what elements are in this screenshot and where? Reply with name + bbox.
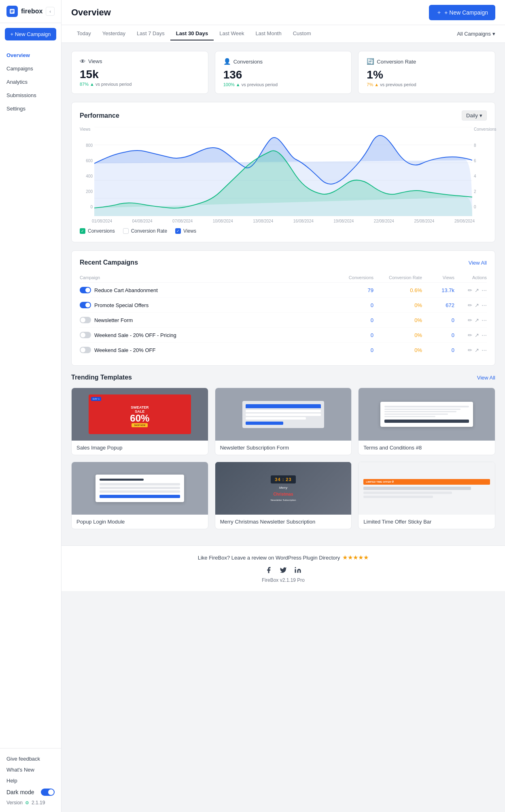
sidebar-help[interactable]: Help — [6, 775, 55, 786]
more-icon-2[interactable]: ⋯ — [482, 302, 487, 308]
stat-views-change: 87% ▲ vs previous period — [80, 82, 200, 87]
recent-campaigns-header: Recent Campaigns View All — [80, 259, 487, 266]
col-views: Views — [422, 275, 454, 280]
template-label-sales-popup: Sales Image Popup — [72, 441, 208, 455]
chart-svg — [94, 127, 472, 216]
edit-icon-4[interactable]: ✏ — [468, 332, 472, 338]
more-icon-3[interactable]: ⋯ — [482, 317, 487, 323]
logo-text: firebox — [21, 8, 42, 15]
campaign-toggle-2[interactable] — [80, 302, 91, 308]
template-card-login[interactable]: Popup Login Module — [71, 462, 208, 529]
template-thumb-sticky: LIMITED TIME OFFER ⏱ — [359, 462, 495, 515]
stat-rate-change: 7% ▲ vs previous period — [367, 82, 487, 87]
date-tab-yesterday[interactable]: Yesterday — [97, 27, 131, 40]
stats-row: 👁 Views 15k 87% ▲ vs previous period 👤 C… — [71, 51, 495, 94]
date-tab-custom[interactable]: Custom — [287, 27, 317, 40]
stars-icon: ★★★★★ — [342, 554, 369, 561]
more-icon-1[interactable]: ⋯ — [482, 287, 487, 293]
version-label: Version — [6, 800, 23, 806]
footer-socials — [71, 566, 495, 574]
sidebar-item-submissions[interactable]: Submissions — [0, 89, 61, 102]
sidebar-bottom: Give feedback What's New Help Dark mode … — [0, 748, 61, 812]
campaign-conversions-4: 0 — [333, 332, 373, 338]
chart-header: Performance Daily ▾ — [80, 110, 487, 121]
campaign-views-3: 0 — [422, 317, 454, 323]
logo: firebox — [6, 6, 42, 17]
campaign-toggle-1[interactable] — [80, 287, 91, 293]
more-icon-5[interactable]: ⋯ — [482, 347, 487, 353]
legend-views[interactable]: ✓ Views — [175, 228, 196, 234]
analytics-icon-4[interactable]: ↗ — [475, 332, 479, 338]
campaign-conversions-3: 0 — [333, 317, 373, 323]
sidebar-whats-new[interactable]: What's New — [6, 764, 55, 775]
edit-icon-1[interactable]: ✏ — [468, 287, 472, 293]
header-new-campaign-button[interactable]: ＋ + New Campaign — [429, 5, 495, 20]
dark-mode-toggle[interactable] — [41, 789, 55, 796]
campaign-toggle-4[interactable] — [80, 332, 91, 338]
facebook-icon[interactable] — [265, 566, 273, 574]
date-tab-last7days[interactable]: Last 7 Days — [131, 27, 170, 40]
edit-icon-3[interactable]: ✏ — [468, 317, 472, 323]
plus-icon: ＋ — [436, 9, 442, 16]
template-thumb-xmas: 34 : 23 Merry Christmas Newsletter Subsc… — [215, 462, 352, 515]
table-row: Promote Special Offers 0 0% 672 ✏ ↗ ⋯ — [80, 298, 487, 313]
date-tab-lastweek[interactable]: Last Week — [214, 27, 250, 40]
date-tabs: Today Yesterday Last 7 Days Last 30 Days… — [71, 27, 317, 40]
stat-conversions-value: 136 — [223, 68, 344, 81]
conversions-icon: 👤 — [223, 58, 231, 65]
campaign-views-2: 672 — [422, 302, 454, 308]
trending-templates-view-all[interactable]: View All — [477, 375, 495, 381]
date-tab-last30days[interactable]: Last 30 Days — [170, 27, 214, 40]
chart-legend: ✓ Conversions Conversion Rate ✓ Views — [80, 228, 487, 234]
date-tab-today[interactable]: Today — [71, 27, 97, 40]
template-thumb-sales-popup: DAY 1 SWEATER SALE 60% SHOP NOW — [72, 388, 208, 441]
analytics-icon-2[interactable]: ↗ — [475, 302, 479, 308]
sidebar-new-campaign-button[interactable]: + New Campaign — [5, 28, 56, 40]
stat-card-views: 👁 Views 15k 87% ▲ vs previous period — [71, 51, 208, 94]
template-card-sales-popup[interactable]: DAY 1 SWEATER SALE 60% SHOP NOW Sales Im… — [71, 388, 208, 455]
campaign-actions-5: ✏ ↗ ⋯ — [454, 347, 487, 353]
more-icon-4[interactable]: ⋯ — [482, 332, 487, 338]
chart-period-button[interactable]: Daily ▾ — [462, 110, 487, 121]
campaign-toggle-5[interactable] — [80, 347, 91, 353]
campaign-toggle-3[interactable] — [80, 317, 91, 323]
campaign-name-4: Weekend Sale - 20% OFF - Pricing — [94, 332, 176, 338]
analytics-icon-3[interactable]: ↗ — [475, 317, 479, 323]
analytics-icon-5[interactable]: ↗ — [475, 347, 479, 353]
edit-icon-5[interactable]: ✏ — [468, 347, 472, 353]
sidebar-item-analytics[interactable]: Analytics — [0, 75, 61, 89]
sidebar-item-settings[interactable]: Settings — [0, 102, 61, 115]
sidebar-item-campaigns[interactable]: Campaigns — [0, 62, 61, 75]
sidebar-item-overview[interactable]: Overview — [0, 49, 61, 62]
legend-conversion-rate[interactable]: Conversion Rate — [123, 228, 167, 234]
analytics-icon-1[interactable]: ↗ — [475, 287, 479, 293]
campaign-name-2: Promote Special Offers — [94, 302, 149, 308]
edit-icon-2[interactable]: ✏ — [468, 302, 472, 308]
content-area: 👁 Views 15k 87% ▲ vs previous period 👤 C… — [62, 43, 505, 545]
logo-icon — [6, 6, 18, 17]
campaign-name-cell: Newsletter Form — [80, 317, 333, 323]
template-card-xmas[interactable]: 34 : 23 Merry Christmas Newsletter Subsc… — [215, 462, 352, 529]
campaign-views-1: 13.7k — [422, 287, 454, 293]
date-tab-lastmonth[interactable]: Last Month — [250, 27, 287, 40]
recent-campaigns-title: Recent Campaigns — [80, 259, 138, 266]
chevron-down-icon: ▾ — [492, 31, 495, 37]
legend-conversions[interactable]: ✓ Conversions — [80, 228, 115, 234]
template-card-newsletter[interactable]: Newsletter Subscription Form — [215, 388, 352, 455]
twitter-icon[interactable] — [279, 566, 287, 574]
collapse-sidebar-button[interactable]: ‹ — [46, 7, 55, 16]
template-label-newsletter: Newsletter Subscription Form — [215, 441, 352, 455]
sidebar-feedback[interactable]: Give feedback — [6, 753, 55, 764]
linkedin-icon[interactable] — [294, 566, 302, 574]
recent-campaigns-view-all[interactable]: View All — [469, 260, 487, 266]
footer: Like FireBox? Leave a review on WordPres… — [62, 545, 505, 591]
table-row: Weekend Sale - 20% OFF - Pricing 0 0% 0 … — [80, 328, 487, 343]
campaign-views-4: 0 — [422, 332, 454, 338]
template-thumb-login — [72, 462, 208, 515]
trending-templates-title: Trending Templates — [71, 374, 132, 381]
campaigns-filter-dropdown[interactable]: All Campaigns ▾ — [457, 31, 495, 37]
date-filter-bar: Today Yesterday Last 7 Days Last 30 Days… — [62, 25, 505, 43]
template-card-sticky[interactable]: LIMITED TIME OFFER ⏱ Limited Time Offer … — [358, 462, 495, 529]
template-card-toc[interactable]: Terms and Conditions #8 — [358, 388, 495, 455]
campaign-conversions-2: 0 — [333, 302, 373, 308]
